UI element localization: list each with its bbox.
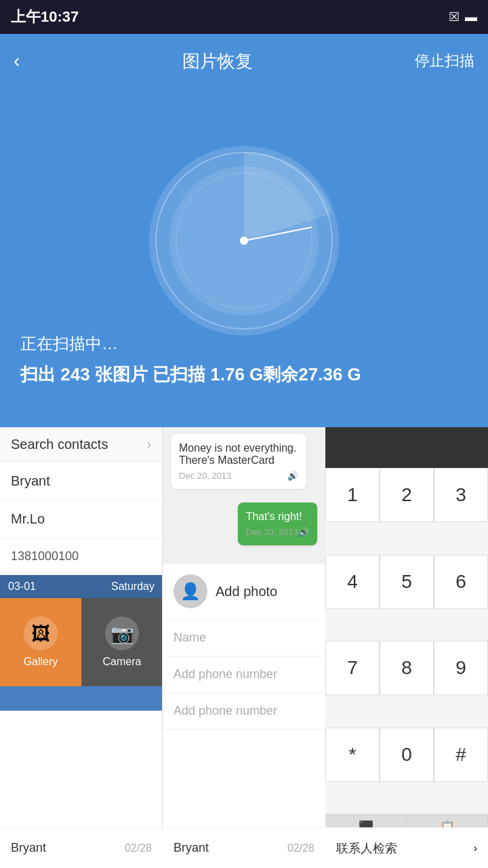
bottom-contact-1[interactable]: Bryant 02/28 — [0, 827, 163, 868]
date-bar: 03-01 Saturday — [0, 575, 163, 598]
numpad-key-2[interactable]: 2 — [380, 468, 434, 522]
scanning-label: 正在扫描中… — [20, 333, 361, 355]
numpad-key-1[interactable]: 1 — [325, 468, 380, 522]
lower-section: Search contacts › Bryant Mr.Lo 138100010… — [0, 427, 488, 868]
bottom-contact-name-1: Bryant — [11, 841, 46, 855]
scanning-stats: 扫出 243 张图片 已扫描 1.76 G剩余27.36 G — [20, 363, 361, 387]
gallery-icon: 🖼 — [24, 616, 58, 650]
search-contacts-chevron: › — [147, 437, 151, 452]
battery-icon: ▬ — [465, 10, 477, 24]
bottom-contact-date-2: 02/28 — [287, 842, 314, 854]
status-icons: ☒ ▬ — [449, 9, 477, 24]
numpad-key-8[interactable]: 8 — [380, 641, 434, 695]
watermark: 下载吧www.xzazba.com — [408, 838, 481, 861]
received-message-meta: Dec 20, 2013 🔊 — [179, 471, 298, 481]
day-label: Saturday — [111, 580, 155, 593]
contact-phone-number[interactable]: 1381000100 — [0, 538, 162, 575]
contacts-panel: Search contacts › Bryant Mr.Lo 138100010… — [0, 427, 163, 868]
bottom-contact-date-1: 02/28 — [125, 842, 152, 854]
back-button[interactable]: ‹ — [14, 50, 20, 72]
phone-field-2[interactable]: Add phone number — [163, 693, 325, 730]
scan-text-area: 正在扫描中… 扫出 243 张图片 已扫描 1.76 G剩余27.36 G — [20, 333, 361, 387]
add-photo-row[interactable]: 👤 Add photo — [163, 564, 325, 620]
status-bar: 上午10:37 ☒ ▬ — [0, 0, 488, 34]
page-title: 图片恢复 — [182, 50, 253, 73]
sent-message-meta: Dec 20, 2013 🔊 — [246, 527, 309, 537]
numpad-key-star[interactable]: * — [325, 728, 380, 782]
gallery-label: Gallery — [24, 656, 58, 668]
numpad-key-hash[interactable]: # — [434, 728, 488, 782]
numpad-panel: 1 2 3 4 5 6 7 8 9 * 0 # 🎤 Send ⬛ 📋 1 2AB… — [325, 427, 488, 868]
camera-icon: 📷 — [105, 616, 139, 650]
sent-message-bubble: That's right! Dec 20, 2013 🔊 — [238, 502, 317, 545]
date-label: 03-01 — [8, 580, 36, 593]
app-icons-row: 🖼 Gallery 📷 Camera — [0, 598, 163, 686]
numpad-grid: 1 2 3 4 5 6 7 8 9 * 0 # — [325, 468, 488, 814]
sent-message-text: That's right! — [246, 511, 302, 522]
sent-audio-icon: 🔊 — [298, 527, 309, 537]
received-message-text: Money is not everything. There's MasterC… — [179, 442, 296, 466]
numpad-display — [325, 427, 488, 468]
contact-item-bryant[interactable]: Bryant — [0, 462, 162, 500]
numpad-key-3[interactable]: 3 — [434, 468, 488, 522]
name-field[interactable]: Name — [163, 620, 325, 656]
add-photo-label: Add photo — [216, 584, 277, 599]
camera-icon-box[interactable]: 📷 Camera — [81, 598, 163, 686]
sent-message-wrapper: That's right! Dec 20, 2013 🔊 — [163, 496, 325, 552]
stop-scan-button[interactable]: 停止扫描 — [415, 51, 474, 71]
status-time: 上午10:37 — [11, 7, 79, 27]
top-bar: ‹ 图片恢复 停止扫描 — [0, 34, 488, 88]
close-icon: ☒ — [449, 9, 460, 24]
numpad-key-4[interactable]: 4 — [325, 555, 380, 609]
numpad-key-5[interactable]: 5 — [380, 555, 434, 609]
gallery-icon-box[interactable]: 🖼 Gallery — [0, 598, 81, 686]
contact-search-label: 联系人检索 — [336, 840, 397, 856]
numpad-key-7[interactable]: 7 — [325, 641, 380, 695]
add-contact-panel: 👤 Add photo Name Add phone number Add ph… — [163, 563, 325, 827]
received-message-date: Dec 20, 2013 — [179, 471, 231, 481]
sent-message-date: Dec 20, 2013 — [246, 527, 298, 537]
contact-item-mrlo[interactable]: Mr.Lo — [0, 500, 162, 538]
add-photo-avatar: 👤 — [174, 574, 207, 608]
numpad-key-9[interactable]: 9 — [434, 641, 488, 695]
search-contacts-row[interactable]: Search contacts › — [0, 427, 162, 462]
search-contacts-text: Search contacts — [11, 437, 108, 452]
numpad-key-0[interactable]: 0 — [380, 728, 434, 782]
photo-widget: 03-01 Saturday 🖼 Gallery 📷 Camera — [0, 575, 163, 711]
radar-svg — [149, 146, 339, 336]
svg-point-3 — [240, 237, 248, 245]
bottom-contact-2[interactable]: Bryant 02/28 — [163, 827, 325, 868]
camera-label: Camera — [103, 656, 142, 668]
radar-container — [149, 146, 339, 336]
received-audio-icon: 🔊 — [287, 471, 298, 481]
phone-field-1[interactable]: Add phone number — [163, 656, 325, 693]
received-message-bubble: Money is not everything. There's MasterC… — [171, 434, 306, 489]
bottom-contact-name-2: Bryant — [174, 841, 209, 855]
scan-area: 正在扫描中… 扫出 243 张图片 已扫描 1.76 G剩余27.36 G — [0, 88, 488, 414]
numpad-key-6[interactable]: 6 — [434, 555, 488, 609]
